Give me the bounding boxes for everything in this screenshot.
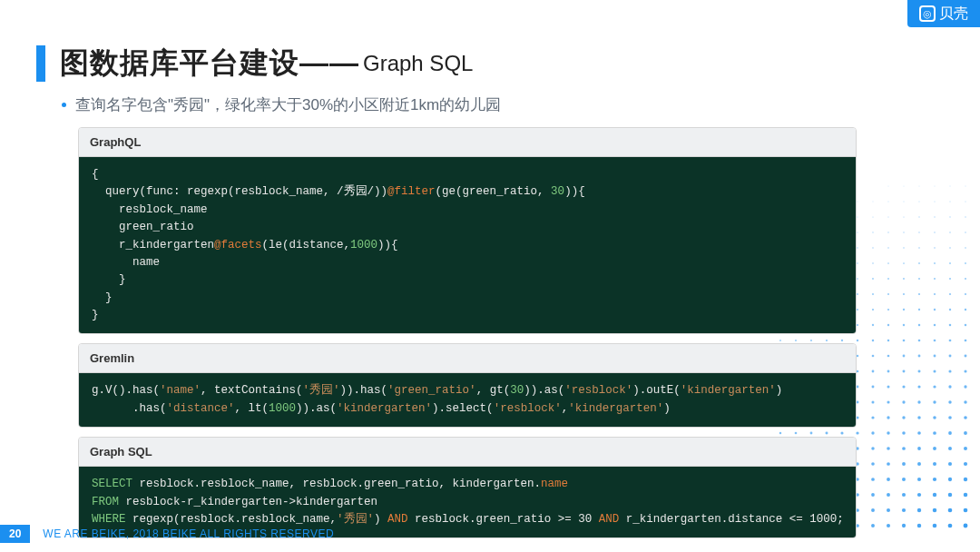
svg-point-103 <box>965 309 966 310</box>
svg-point-154 <box>948 370 951 372</box>
svg-point-163 <box>887 386 890 389</box>
svg-point-161 <box>857 386 859 389</box>
page-title: 图数据库平台建设—— Graph SQL <box>36 44 473 84</box>
svg-point-70 <box>857 278 858 280</box>
svg-point-113 <box>918 324 920 326</box>
svg-point-282 <box>917 524 921 527</box>
svg-point-11 <box>918 201 919 202</box>
svg-point-124 <box>887 340 890 342</box>
svg-point-272 <box>964 508 968 513</box>
svg-point-246 <box>964 478 967 481</box>
svg-point-100 <box>918 309 920 310</box>
svg-point-20 <box>887 216 888 217</box>
svg-point-0 <box>888 186 889 187</box>
svg-point-5 <box>965 186 966 187</box>
svg-point-135 <box>857 355 859 358</box>
svg-point-33 <box>887 232 888 232</box>
svg-point-149 <box>872 370 875 373</box>
svg-point-142 <box>965 355 967 358</box>
svg-point-240 <box>871 478 875 481</box>
svg-point-253 <box>871 493 875 497</box>
svg-point-216 <box>902 447 906 450</box>
svg-point-188 <box>871 416 874 419</box>
svg-point-259 <box>964 493 968 498</box>
svg-point-62 <box>934 262 936 264</box>
svg-point-4 <box>950 186 951 187</box>
svg-point-255 <box>902 493 906 497</box>
svg-point-232 <box>948 462 952 466</box>
svg-point-179 <box>933 400 936 403</box>
svg-point-180 <box>948 400 951 403</box>
svg-point-2 <box>919 186 920 187</box>
panel-graphql: GraphQL { query(func: regexp(resblock_na… <box>78 127 857 334</box>
svg-point-167 <box>948 385 951 388</box>
svg-point-90 <box>965 293 966 295</box>
svg-point-152 <box>918 370 921 373</box>
svg-point-59 <box>887 262 889 264</box>
svg-point-61 <box>918 262 920 264</box>
svg-point-191 <box>917 416 920 419</box>
svg-point-22 <box>918 216 919 217</box>
svg-point-138 <box>903 355 906 358</box>
svg-point-97 <box>872 309 874 310</box>
svg-point-109 <box>857 324 858 326</box>
svg-point-244 <box>933 478 936 481</box>
svg-point-178 <box>917 400 920 403</box>
svg-point-281 <box>902 524 906 527</box>
svg-point-110 <box>872 324 874 326</box>
svg-point-279 <box>871 524 875 527</box>
svg-point-189 <box>887 416 889 419</box>
svg-point-267 <box>887 508 890 512</box>
svg-point-137 <box>887 355 890 358</box>
svg-point-280 <box>887 524 890 527</box>
svg-point-99 <box>903 309 905 310</box>
svg-point-202 <box>887 431 889 434</box>
svg-point-71 <box>872 278 874 280</box>
svg-point-285 <box>964 524 968 528</box>
svg-point-162 <box>872 386 875 389</box>
panel-header-gremlin: Gremlin <box>79 344 856 373</box>
svg-point-50 <box>949 247 951 249</box>
svg-point-14 <box>965 201 965 202</box>
svg-point-245 <box>948 478 952 481</box>
svg-point-126 <box>918 340 921 342</box>
bullet-dot-icon <box>62 103 66 107</box>
svg-point-23 <box>934 216 935 217</box>
svg-point-101 <box>934 309 936 310</box>
bullet-item: 查询名字包含"秀园"，绿化率大于30%的小区附近1km的幼儿园 <box>62 94 501 115</box>
svg-point-64 <box>965 262 966 264</box>
svg-point-136 <box>872 355 875 358</box>
svg-point-102 <box>949 309 951 310</box>
svg-point-58 <box>872 262 874 264</box>
svg-point-140 <box>934 355 936 358</box>
svg-point-220 <box>964 447 967 450</box>
svg-point-116 <box>965 324 967 327</box>
svg-point-192 <box>933 416 936 419</box>
svg-point-111 <box>887 324 889 326</box>
svg-point-25 <box>965 216 965 217</box>
svg-point-36 <box>934 232 935 232</box>
svg-point-175 <box>871 400 874 403</box>
svg-point-193 <box>948 416 952 419</box>
bullet-text: 查询名字包含"秀园"，绿化率大于30%的小区附近1km的幼儿园 <box>75 94 501 115</box>
svg-point-9 <box>888 202 889 202</box>
svg-point-83 <box>857 293 858 295</box>
svg-point-114 <box>934 324 936 327</box>
footer-text: WE ARE BEIKE, 2018 BEIKE ALL RIGHTS RESE… <box>43 527 334 540</box>
svg-point-168 <box>964 385 966 388</box>
svg-point-206 <box>948 431 952 435</box>
svg-point-60 <box>903 262 905 264</box>
svg-point-12 <box>934 201 935 202</box>
svg-point-129 <box>965 340 967 342</box>
svg-point-112 <box>903 324 905 326</box>
svg-point-51 <box>965 247 966 249</box>
svg-point-229 <box>902 462 906 466</box>
svg-point-271 <box>948 508 953 513</box>
svg-point-127 <box>934 340 936 342</box>
svg-point-201 <box>871 431 874 434</box>
svg-point-256 <box>917 493 921 497</box>
title-suffix: Graph SQL <box>363 51 473 76</box>
panel-gremlin: Gremlin g.V().has('name', textContains('… <box>78 343 857 428</box>
svg-point-7 <box>858 202 858 202</box>
svg-point-218 <box>933 447 936 450</box>
